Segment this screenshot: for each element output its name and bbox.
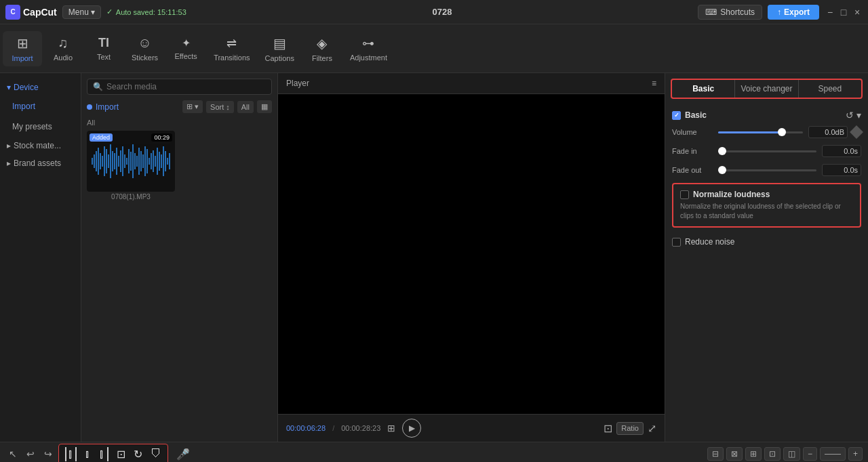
- import-row: Import ⊞ ▾ Sort ↕ All ▦: [87, 100, 272, 113]
- tool-filters[interactable]: ◈ Filters: [302, 31, 342, 66]
- player-title: Player: [286, 79, 309, 88]
- svg-rect-10: [112, 151, 113, 171]
- fade-out-thumb[interactable]: [718, 166, 726, 174]
- volume-slider[interactable]: [718, 131, 803, 133]
- tool-audio[interactable]: ♫ Audio: [43, 31, 83, 66]
- sort-button[interactable]: Sort ↕: [206, 101, 234, 113]
- zoom-slider-button[interactable]: ——: [820, 447, 846, 461]
- tool-effects[interactable]: ✦ Effects: [166, 33, 205, 64]
- sidebar-item-brand-assets[interactable]: ▸ Brand assets: [0, 154, 81, 172]
- zoom-out-button[interactable]: −: [803, 447, 817, 461]
- tool-text[interactable]: TI Text: [84, 32, 123, 65]
- grid-view-button[interactable]: ⊞ ▾: [182, 100, 203, 113]
- svg-rect-38: [169, 153, 170, 169]
- svg-rect-15: [122, 146, 123, 176]
- fade-in-value[interactable]: 0.0s: [822, 145, 861, 157]
- reduce-noise-row: Reduce noise: [672, 233, 861, 251]
- player-menu-button[interactable]: ≡: [652, 79, 656, 88]
- svg-rect-19: [130, 152, 132, 171]
- microphone-button[interactable]: 🎤: [176, 448, 190, 461]
- tool-transitions[interactable]: ⇌ Transitions: [207, 32, 256, 66]
- normalize-loudness-box: Normalize loudness Normalize the origina…: [672, 183, 861, 228]
- search-input[interactable]: [106, 82, 266, 91]
- svg-rect-36: [165, 151, 166, 171]
- reset-icon[interactable]: ↺: [846, 110, 854, 121]
- svg-rect-22: [136, 156, 138, 167]
- effects-icon: ✦: [182, 37, 191, 49]
- split-icon-2: ⫾: [85, 447, 91, 461]
- volume-keyframe-button[interactable]: [850, 125, 863, 139]
- fade-in-slider[interactable]: [718, 150, 816, 152]
- svg-rect-12: [116, 148, 117, 175]
- clip-snap-button[interactable]: ⊟: [707, 447, 724, 461]
- svg-rect-25: [142, 154, 144, 168]
- sidebar-item-import[interactable]: Import: [4, 97, 77, 116]
- redo-button[interactable]: ↪: [41, 447, 56, 461]
- normalize-checkbox[interactable]: [680, 190, 689, 199]
- split-icon-1: ⫿: [65, 447, 77, 461]
- import-dot: [87, 104, 92, 110]
- search-bar[interactable]: 🔍: [87, 79, 272, 95]
- sidebar-item-my-presets[interactable]: My presets: [4, 117, 77, 136]
- fade-out-slider[interactable]: [718, 169, 816, 171]
- sidebar-item-stock-mate[interactable]: ▸ Stock mate...: [0, 137, 81, 154]
- import-button[interactable]: Import: [87, 102, 119, 112]
- close-button[interactable]: ×: [852, 7, 863, 18]
- svg-rect-1: [94, 154, 95, 168]
- grid-layout-button[interactable]: ⊞: [387, 423, 395, 434]
- filter-button[interactable]: ▦: [257, 100, 272, 113]
- fade-in-thumb[interactable]: [718, 147, 726, 155]
- tool-stickers[interactable]: ☺ Stickers: [125, 31, 165, 66]
- shield-button[interactable]: ⛉: [147, 446, 165, 461]
- track-link-button[interactable]: ⊡: [764, 447, 781, 461]
- collapse-icon[interactable]: ▾: [856, 110, 861, 121]
- fade-in-track: [718, 150, 816, 152]
- list-item[interactable]: Added 00:29 // Generate waveform bars: [87, 131, 175, 201]
- fade-out-value[interactable]: 0.0s: [822, 164, 861, 176]
- svg-rect-28: [149, 158, 150, 165]
- select-tool-button[interactable]: ↖: [5, 447, 20, 461]
- sidebar-item-device[interactable]: ▾ Device: [0, 79, 81, 96]
- screenshot-button[interactable]: ⊡: [604, 422, 612, 435]
- maximize-button[interactable]: □: [838, 7, 849, 18]
- loop-button[interactable]: ↻: [130, 446, 146, 462]
- tool-adjustment[interactable]: ⊶ Adjustment: [343, 32, 394, 66]
- all-filter-button[interactable]: All: [237, 101, 254, 113]
- tab-speed[interactable]: Speed: [799, 80, 861, 98]
- fullscreen-button[interactable]: ⤢: [648, 422, 656, 435]
- captions-icon: ▤: [273, 35, 286, 51]
- normalize-title: Normalize loudness: [680, 190, 853, 199]
- menu-button[interactable]: Menu ▾: [62, 5, 101, 19]
- zoom-in-button[interactable]: +: [848, 447, 863, 461]
- tool-captions[interactable]: ▤ Captions: [258, 31, 301, 66]
- tab-basic[interactable]: Basic: [672, 80, 735, 98]
- added-badge: Added: [90, 133, 113, 142]
- minimize-button[interactable]: −: [825, 7, 835, 18]
- audio-snap-button[interactable]: ⊠: [726, 447, 743, 461]
- export-button[interactable]: ↑ Export: [768, 5, 819, 20]
- media-grid: Added 00:29 // Generate waveform bars: [87, 131, 272, 201]
- current-time: 00:00:06:28: [286, 424, 326, 432]
- volume-thumb[interactable]: [778, 128, 786, 136]
- svg-rect-26: [144, 146, 146, 176]
- shortcuts-button[interactable]: ⌨ Shortcuts: [698, 5, 762, 20]
- svg-rect-32: [157, 148, 158, 175]
- delete-button[interactable]: ⊡: [113, 446, 129, 462]
- undo-button[interactable]: ↩: [23, 447, 38, 461]
- media-thumbnail[interactable]: Added 00:29 // Generate waveform bars: [87, 131, 175, 192]
- tab-voice-changer[interactable]: Voice changer: [735, 80, 798, 98]
- basic-checkbox[interactable]: ✓: [672, 111, 681, 120]
- play-button[interactable]: ▶: [402, 419, 421, 438]
- reduce-noise-checkbox[interactable]: [672, 238, 681, 247]
- split-button-1[interactable]: ⫿: [62, 446, 80, 463]
- ratio-button[interactable]: Ratio: [616, 422, 644, 435]
- split-button-2[interactable]: ⫾: [81, 446, 94, 463]
- time-separator: /: [332, 424, 334, 432]
- fade-out-row: Fade out 0.0s: [672, 164, 861, 176]
- split-button-3[interactable]: ⫿: [96, 446, 112, 463]
- clip-link-button[interactable]: ⊞: [745, 447, 762, 461]
- player-panel: Player ≡ 00:00:06:28 / 00:00:28:23 ⊞ ▶ ⊡…: [278, 73, 665, 442]
- preview-button[interactable]: ◫: [783, 447, 800, 461]
- volume-value[interactable]: 0.0dB: [808, 126, 848, 138]
- tool-import[interactable]: ⊞ Import: [3, 31, 42, 66]
